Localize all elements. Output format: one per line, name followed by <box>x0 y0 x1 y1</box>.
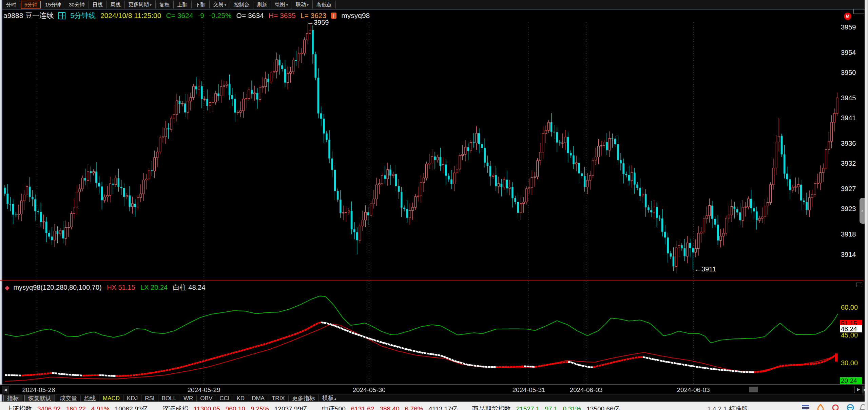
diamond-icon: ◆ <box>5 284 9 291</box>
price-tick-label: 3914 <box>841 251 856 259</box>
tab-item-WR[interactable]: WR <box>180 395 196 402</box>
index-name: 上证指数 <box>6 405 32 410</box>
price-tick-label: 3918 <box>841 230 856 238</box>
trading-app-window: 分时5分钟15分钟30分钟日线周线更多周期▾复权上翻下翻交易▾控制台刷新绘图▾联… <box>0 0 868 410</box>
index-value: 21527.1 <box>516 405 540 410</box>
version-label: 1.4.2.1 标准版 <box>707 405 748 410</box>
index-name: 商品期货指数 <box>472 405 511 410</box>
tab-item-DMA[interactable]: DMA <box>248 395 268 402</box>
index-name: 深证成指 <box>162 405 188 410</box>
price-tick-label: 3941 <box>841 114 856 122</box>
indicator-bar: 白柱 48.24 <box>173 284 206 291</box>
index-value: 0.31% <box>563 405 581 410</box>
price-annotation: ←3959 <box>307 19 329 26</box>
chevron-up-icon: ▴ <box>334 396 336 401</box>
tab-button-1[interactable]: 指标 <box>3 395 22 402</box>
index-value: 6.76% <box>405 405 423 410</box>
indicator-value-badge: 48.24 <box>840 325 862 332</box>
date-label: 2024-05-30 <box>352 386 385 394</box>
date-label: 2024-05-31 <box>512 386 545 394</box>
indicator-tick-label: 45.00 <box>841 331 858 339</box>
index-value: 9.25% <box>251 405 269 410</box>
tab-item-CCI[interactable]: CCI <box>216 395 233 402</box>
date-label: 2024-05-28 <box>22 386 55 394</box>
index-volume: 4113.17亿 <box>428 405 458 410</box>
tab-item-TRIX[interactable]: TRIX <box>268 395 288 402</box>
chart-canvas[interactable] <box>0 0 868 410</box>
tab-item-成交量[interactable]: 成交量 <box>56 395 80 402</box>
date-label: 2024-05-29 <box>187 386 220 394</box>
indicator-tick-label: 60.00 <box>841 304 858 311</box>
price-tick-label: 3950 <box>841 69 856 77</box>
price-annotation: ←3911 <box>695 265 716 273</box>
price-tick-label: 3959 <box>841 23 856 31</box>
date-axis: ◀ ▶ 2024-05-282024-05-292024-05-302024-0… <box>0 385 868 394</box>
price-tick-label: 3936 <box>841 140 856 147</box>
price-tick-label: 3927 <box>841 185 856 193</box>
index-value: 3406.92 <box>37 405 61 410</box>
tab-item-KD[interactable]: KD <box>233 395 248 402</box>
scroll-left-button[interactable]: ◀ <box>2 386 9 393</box>
tab-item-KDJ[interactable]: KDJ <box>123 395 141 402</box>
indicator-hx: HX 51.15 <box>107 284 135 291</box>
date-label: 2024-06-03 <box>677 386 710 394</box>
tab-item-均线[interactable]: 均线 <box>80 395 99 402</box>
right-splitter[interactable] <box>865 0 868 410</box>
indicator-next-button[interactable]: ▶ <box>854 386 863 393</box>
indicator-tick-label: 30.00 <box>841 359 858 367</box>
tab-item-BOLL[interactable]: BOLL <box>158 395 180 402</box>
index-name: 中证500 <box>322 405 346 410</box>
date-label: 2024-06-03 <box>570 386 602 394</box>
record-ring-icon[interactable] <box>831 404 840 410</box>
tab-item-模板[interactable]: 模板▴ <box>319 395 340 402</box>
index-status-bar: 上证指数3406.92160.224.91%10062.93亿深证成指11300… <box>0 402 868 410</box>
index-volume: 10062.93亿 <box>115 405 148 410</box>
index-value: 97.1 <box>545 405 557 410</box>
index-value: 960.10 <box>226 405 245 410</box>
index-value: 6131.62 <box>351 405 374 410</box>
blocked-circle-icon[interactable] <box>846 404 855 410</box>
indicator-lx: LX 20.24 <box>140 284 168 291</box>
price-tick-label: 3923 <box>841 205 856 213</box>
price-tick-label: 3932 <box>841 160 856 167</box>
index-value: 160.22 <box>66 405 86 410</box>
tab-item-MACD[interactable]: MACD <box>99 395 123 402</box>
indicator-title: mysyq98(120,280,80,100,70) <box>13 284 101 291</box>
tab-item-更多指标[interactable]: 更多指标 <box>288 395 319 402</box>
tab-item-OBV[interactable]: OBV <box>196 395 216 402</box>
index-value: 388.40 <box>380 405 399 410</box>
indicator-value-badge: 20.24 <box>840 377 862 384</box>
price-tick-label: 3954 <box>841 49 856 57</box>
scrollbar-thumb[interactable] <box>749 387 758 392</box>
index-volume: 12037.99亿 <box>274 405 308 410</box>
collapse-panel-handle[interactable]: ‹ <box>860 198 865 224</box>
index-value: 11300.05 <box>194 405 220 410</box>
tab-item-RSI[interactable]: RSI <box>141 395 158 402</box>
index-value: 4.91% <box>91 405 110 410</box>
indicator-tab-bar: 指标恢复默认成交量均线MACDKDJRSIBOLLWROBVCCIKDDMATR… <box>2 394 868 402</box>
tab-button-2[interactable]: 恢复默认 <box>24 395 55 402</box>
menu-lines-icon[interactable] <box>801 404 810 410</box>
price-tick-label: 3945 <box>841 94 856 102</box>
flame-icon[interactable] <box>816 404 825 410</box>
indicator-header: ◆ mysyq98(120,280,80,100,70) HX 51.15 LX… <box>5 283 209 292</box>
index-volume: 13500.66亿 <box>586 405 620 410</box>
